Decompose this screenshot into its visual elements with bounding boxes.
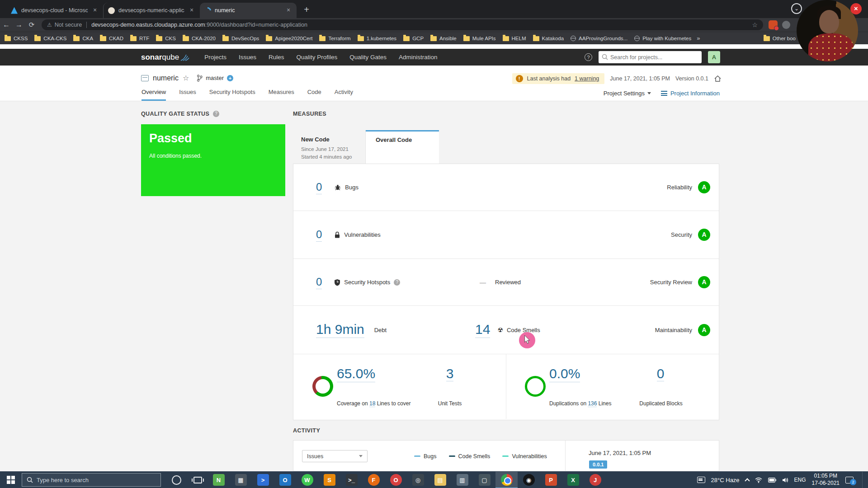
taskbar-search[interactable]: Type here to search <box>22 473 161 487</box>
help-icon[interactable] <box>213 111 219 117</box>
security-review-rating-badge[interactable]: A <box>698 276 710 288</box>
project-tab[interactable]: Code <box>307 89 321 101</box>
bookmarks-overflow-chevron[interactable] <box>697 35 700 42</box>
bookmark-item[interactable]: CKSS <box>5 35 28 41</box>
start-button[interactable] <box>0 472 22 488</box>
taskbar-app[interactable]: O <box>274 472 296 488</box>
sonar-nav-item[interactable]: Quality Profiles <box>296 54 337 61</box>
bookmark-item[interactable]: Play with Kubernetes <box>634 36 691 41</box>
bookmark-item[interactable]: RTF <box>130 35 149 41</box>
project-tab[interactable]: Security Hotspots <box>209 89 255 101</box>
bookmark-item[interactable]: HELM <box>503 35 526 41</box>
legend-item[interactable]: Code Smells <box>449 453 491 460</box>
bookmark-item[interactable]: CKS <box>156 35 176 41</box>
bookmark-item[interactable]: 1.kubernetes <box>358 35 397 41</box>
taskbar-app[interactable]: ▢ <box>473 472 495 488</box>
bugs-count[interactable]: 0 <box>316 181 322 194</box>
bookmark-item[interactable]: Ansible <box>430 35 457 41</box>
sonar-nav-item[interactable]: Projects <box>204 54 226 61</box>
adblock-extension-icon[interactable] <box>769 20 778 29</box>
branch-add-icon[interactable] <box>227 75 233 81</box>
bookmark-item[interactable]: DevSecOps <box>222 35 259 41</box>
reload-icon[interactable]: ⟳ <box>25 21 38 29</box>
debt-value[interactable]: 1h 9min <box>316 322 364 338</box>
taskbar-app[interactable]: J <box>584 472 606 488</box>
sonar-nav-item[interactable]: Rules <box>269 54 284 61</box>
sonar-nav-item[interactable]: Administration <box>399 54 438 61</box>
maintainability-rating-badge[interactable]: A <box>698 324 710 336</box>
taskbar-app[interactable]: >_ <box>340 472 363 488</box>
home-icon[interactable] <box>714 75 722 82</box>
language-indicator[interactable]: ENG <box>794 477 806 483</box>
taskbar-app[interactable]: F <box>363 472 385 488</box>
news-widget-icon[interactable] <box>697 477 705 483</box>
cortana-icon[interactable] <box>172 475 181 485</box>
bookmark-item[interactable]: CKA-2020 <box>183 35 216 41</box>
taskbar-app[interactable]: > <box>252 472 274 488</box>
taskbar-app[interactable]: S <box>318 472 340 488</box>
tab-new-code[interactable]: New Code Since June 17, 2021 Started 4 m… <box>293 130 366 164</box>
address-bar[interactable]: Not secure devsecops-demo.eastus.cloudap… <box>42 19 763 30</box>
taskbar-app[interactable]: N <box>208 472 230 488</box>
project-tab[interactable]: Measures <box>269 89 294 101</box>
project-settings-button[interactable]: Project Settings <box>604 90 651 97</box>
bookmark-item[interactable]: CKA-CKS <box>34 35 66 41</box>
taskbar-app[interactable]: ◉ <box>518 472 540 488</box>
media-control-icon[interactable]: ⌄ <box>791 3 802 14</box>
new-tab-button[interactable]: + <box>300 4 313 16</box>
user-avatar[interactable]: A <box>708 51 720 63</box>
bookmark-item[interactable]: Apigee2020Cert <box>266 35 312 41</box>
taskbar-app[interactable] <box>495 472 518 488</box>
code-smells-count[interactable]: 14 <box>475 322 490 338</box>
activity-filter-select[interactable]: Issues <box>302 450 368 462</box>
help-icon[interactable] <box>585 53 592 61</box>
duplicated-blocks-count[interactable]: 0 <box>646 366 675 381</box>
help-icon[interactable] <box>394 279 400 286</box>
tab-overall-code[interactable]: Overall Code <box>366 130 439 164</box>
volume-icon[interactable] <box>782 477 788 483</box>
taskbar-app[interactable]: ◎ <box>407 472 429 488</box>
taskbar-clock[interactable]: 01:05 PM 17-06-2021 <box>812 473 840 487</box>
bookmark-item[interactable]: Mule APIs <box>463 35 496 41</box>
notification-center-icon[interactable]: 2 <box>845 477 854 483</box>
legend-item[interactable]: Bugs <box>414 453 437 460</box>
bookmark-item[interactable]: GCP <box>403 35 424 41</box>
taskbar-app[interactable]: ▥ <box>451 472 473 488</box>
hidden-icons-chevron[interactable] <box>745 478 750 483</box>
coverage-percent[interactable]: 65.0% <box>337 366 375 382</box>
bookmark-item[interactable]: Terraform <box>319 35 350 41</box>
branch-selector[interactable]: master <box>197 75 233 82</box>
legend-item[interactable]: Vulnerabilities <box>502 453 547 460</box>
taskbar-app[interactable]: ▦ <box>230 472 252 488</box>
weather-widget[interactable]: 28°C Haze <box>711 477 740 483</box>
browser-tab[interactable]: devsecops-numeric-application | <box>103 3 200 18</box>
bookmark-item[interactable]: Katakoda <box>533 35 564 41</box>
taskbar-app[interactable]: P <box>540 472 562 488</box>
show-desktop-button[interactable] <box>862 472 864 488</box>
other-bookmarks[interactable]: Other boo <box>764 32 796 44</box>
bookmark-item[interactable]: AAProvingGrounds... <box>571 36 627 41</box>
sonarqube-logo[interactable]: sonarqube <box>141 53 190 62</box>
bookmark-item[interactable]: CKA <box>73 35 93 41</box>
duplications-percent[interactable]: 0.0% <box>549 366 580 382</box>
search-input[interactable] <box>599 51 702 63</box>
extension-icon[interactable] <box>782 21 790 29</box>
wifi-icon[interactable] <box>755 477 762 483</box>
tab-close-icon[interactable] <box>91 7 99 14</box>
sonar-nav-item[interactable]: Quality Gates <box>349 54 387 61</box>
warning-link[interactable]: 1 warning <box>575 75 599 82</box>
unit-tests-count[interactable]: 3 <box>436 366 463 381</box>
browser-tab[interactable]: numeric <box>200 3 297 18</box>
taskbar-app[interactable]: ▤ <box>429 472 451 488</box>
sonar-nav-item[interactable]: Issues <box>239 54 256 61</box>
project-information-button[interactable]: Project Information <box>661 90 720 97</box>
bookmark-star-icon[interactable] <box>752 21 758 28</box>
reliability-rating-badge[interactable]: A <box>698 181 710 193</box>
taskbar-app[interactable]: X <box>562 472 584 488</box>
security-rating-badge[interactable]: A <box>698 229 710 241</box>
taskbar-app[interactable]: O <box>385 472 407 488</box>
taskbar-app[interactable]: W <box>296 472 318 488</box>
project-tab[interactable]: Activity <box>335 89 353 101</box>
tab-close-icon[interactable] <box>285 7 292 14</box>
bookmark-item[interactable]: CKAD <box>100 35 123 41</box>
